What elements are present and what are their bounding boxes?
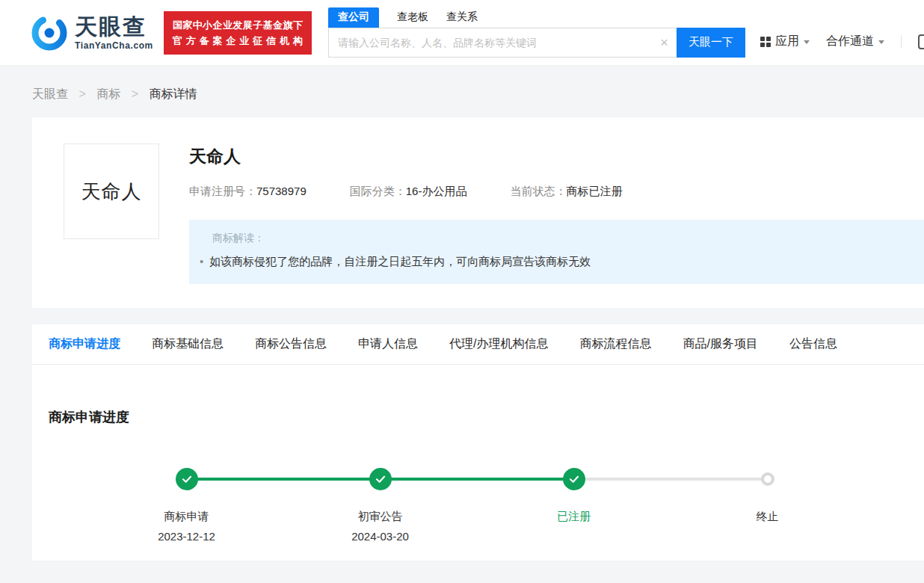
field-value: 商标已注册 [566, 185, 622, 197]
header-nav: 应用 合作通道 [760, 34, 924, 49]
step-date: 2024-03-20 [283, 530, 477, 543]
header: 天眼查 TianYanCha.com 国家中小企业发展子基金旗下 官方备案企业征… [0, 0, 924, 66]
search-tab-company[interactable]: 查公司 [328, 7, 379, 28]
trademark-name: 天命人 [189, 145, 924, 168]
field-label: 当前状态： [510, 185, 566, 197]
tianyancha-logo[interactable]: 天眼查 TianYanCha.com [30, 13, 153, 52]
trademark-summary-card: 天命人 天命人 申请注册号：75738979 国际分类：16-办公用品 当前状态… [32, 117, 924, 308]
breadcrumb-separator: > [78, 87, 85, 100]
chevron-down-icon [878, 40, 884, 44]
certification-badge: 国家中小企业发展子基金旗下 官方备案企业征信机构 [164, 11, 312, 55]
search-tab-relation[interactable]: 查关系 [446, 10, 478, 28]
tab-gazette-info[interactable]: 商标公告信息 [255, 336, 327, 352]
field-value: 16-办公用品 [406, 185, 467, 197]
field-value: 75738979 [256, 185, 307, 197]
step-label: 商标申请 [90, 510, 283, 524]
clipped-nav-icon [918, 34, 924, 49]
logo-text: 天眼查 TianYanCha.com [75, 14, 153, 51]
breadcrumb: 天眼查 > 商标 > 商标详情 [0, 66, 924, 117]
search-button[interactable]: 天眼一下 [677, 28, 745, 58]
step-date: 2023-12-12 [90, 530, 283, 543]
field-registration-number: 申请注册号：75738979 [189, 185, 307, 199]
field-current-status: 当前状态：商标已注册 [510, 185, 622, 199]
application-progress-section: 商标申请进度 商标申请 2023-12-12 [32, 365, 924, 561]
search-tab-boss[interactable]: 查老板 [397, 10, 428, 28]
insight-item: • 如该商标侵犯了您的品牌，自注册之日起五年内，可向商标局宣告该商标无效 [198, 253, 909, 269]
field-international-class: 国际分类：16-办公用品 [350, 185, 467, 199]
step-done-icon [176, 468, 198, 490]
chevron-down-icon [804, 40, 810, 44]
tab-agency-info[interactable]: 代理/办理机构信息 [449, 336, 548, 352]
search-row: × 天眼一下 [328, 28, 745, 58]
insight-text: 如该商标侵犯了您的品牌，自注册之日起五年内，可向商标局宣告该商标无效 [209, 253, 591, 269]
step-label: 终止 [671, 510, 864, 524]
step-done-icon [563, 468, 585, 490]
tab-goods-services[interactable]: 商品/服务项目 [683, 336, 757, 352]
tab-process-info[interactable]: 商标流程信息 [579, 336, 651, 352]
brand-name: 天眼查 [75, 14, 153, 39]
step-done-icon [369, 468, 392, 490]
nav-clipped-item[interactable] [918, 34, 924, 49]
step-pending-icon [761, 472, 774, 486]
search-input[interactable] [329, 28, 677, 57]
nav-divider [901, 35, 902, 49]
apps-grid-icon [760, 37, 771, 47]
trademark-image: 天命人 [64, 144, 159, 239]
breadcrumb-separator: > [132, 87, 138, 100]
tianyancha-logo-icon [30, 13, 69, 52]
insight-title: 商标解读： [212, 232, 909, 245]
badge-line-2: 官方备案企业征信机构 [173, 33, 303, 49]
search-block: 查公司 查老板 查关系 × 天眼一下 [328, 8, 745, 58]
trademark-insight-panel: 商标解读： • 如该商标侵犯了您的品牌，自注册之日起五年内，可向商标局宣告该商标… [189, 220, 924, 284]
trademark-main: 天命人 申请注册号：75738979 国际分类：16-办公用品 当前状态：商标已… [189, 144, 924, 284]
breadcrumb-trademark[interactable]: 商标 [96, 87, 120, 100]
tab-basic-info[interactable]: 商标基础信息 [152, 336, 224, 352]
progress-step: 终止 [671, 468, 864, 543]
step-label: 初审公告 [283, 510, 477, 524]
clear-icon[interactable]: × [660, 36, 668, 49]
progress-timeline: 商标申请 2023-12-12 初审公告 2024-03-20 [90, 468, 864, 543]
search-input-wrap: × [328, 28, 677, 58]
progress-section-title: 商标申请进度 [49, 408, 924, 426]
nav-apps[interactable]: 应用 [760, 34, 810, 49]
detail-card: 商标申请进度 商标基础信息 商标公告信息 申请人信息 代理/办理机构信息 商标流… [32, 324, 924, 561]
tab-application-progress[interactable]: 商标申请进度 [49, 336, 120, 352]
tab-applicant-info[interactable]: 申请人信息 [358, 336, 418, 352]
brand-domain: TianYanCha.com [75, 40, 153, 51]
field-label: 国际分类： [350, 185, 406, 197]
field-label: 申请注册号： [189, 185, 256, 197]
search-tabs: 查公司 查老板 查关系 [328, 8, 745, 28]
trademark-fields: 申请注册号：75738979 国际分类：16-办公用品 当前状态：商标已注册 [189, 185, 924, 199]
nav-partner-channel[interactable]: 合作通道 [826, 34, 884, 49]
detail-tab-bar: 商标申请进度 商标基础信息 商标公告信息 申请人信息 代理/办理机构信息 商标流… [32, 324, 924, 365]
breadcrumb-current: 商标详情 [150, 87, 197, 100]
nav-partner-label: 合作通道 [826, 34, 874, 49]
breadcrumb-home[interactable]: 天眼查 [32, 87, 68, 100]
bullet-icon: • [200, 253, 203, 269]
tab-announcement-info[interactable]: 公告信息 [789, 336, 837, 352]
badge-line-1: 国家中小企业发展子基金旗下 [173, 17, 303, 33]
nav-apps-label: 应用 [775, 34, 799, 49]
step-label: 已注册 [477, 510, 671, 524]
